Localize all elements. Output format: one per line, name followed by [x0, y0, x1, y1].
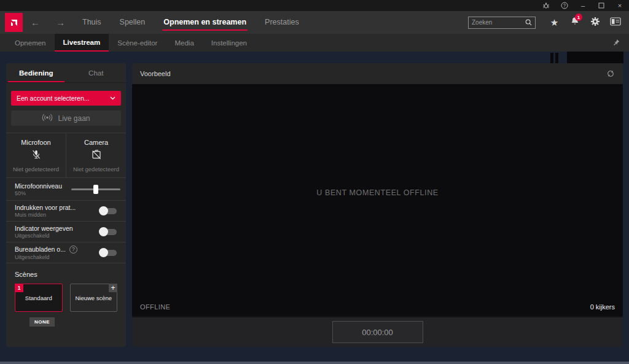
toggle-knob	[99, 206, 108, 215]
mic-level-slider[interactable]	[71, 185, 120, 194]
amd-logo[interactable]	[5, 13, 23, 32]
stream-control-panel: Bediening Chat Een account selecteren...	[6, 63, 126, 347]
show-indicator-row: Indicator weergeven Uitgeschakeld	[6, 222, 126, 242]
camera-tile[interactable]: Camera Niet gedetecteerd	[66, 133, 126, 177]
preview-header: Voorbeeld	[132, 63, 623, 84]
show-indicator-toggle[interactable]	[101, 229, 117, 235]
add-scene-icon[interactable]: +	[109, 284, 117, 292]
gear-icon	[590, 17, 600, 29]
panel-tabs: Bediening Chat	[6, 63, 126, 83]
desktop-capture-toggle[interactable]	[101, 250, 117, 256]
viewer-count: 0 kijkers	[590, 303, 615, 311]
mic-level-value: 50%	[15, 190, 62, 196]
nav-item-spellen[interactable]: Spellen	[120, 11, 146, 34]
maximize-icon	[598, 2, 604, 9]
broadcast-icon	[42, 114, 53, 123]
scene-hotkey-tag: NONE	[29, 317, 55, 327]
toggle-knob	[99, 227, 108, 236]
show-indicator-label: Indicator weergeven	[15, 225, 73, 232]
desktop-capture-label: Bureaubladen o... ?	[15, 246, 77, 254]
camera-status: Niet gedetecteerd	[73, 166, 119, 172]
push-to-talk-label: Indrukken voor prat...	[15, 204, 76, 211]
favorites-button[interactable]: ★	[544, 11, 565, 34]
push-to-talk-row: Indrukken voor prat... Muis midden	[6, 201, 126, 222]
stream-timer-bar: 00:00:00	[132, 316, 623, 347]
account-select-label: Een account selecteren...	[17, 95, 90, 102]
nav-item-opnemen-en-streamen[interactable]: Opnemen en streamen	[163, 11, 246, 34]
camera-label: Camera	[84, 139, 108, 146]
mic-slider-handle[interactable]	[93, 185, 98, 194]
preview-panel: Voorbeeld U BENT MOMENTEEL OFFLINE OFFLI…	[132, 63, 623, 347]
help-circle-icon[interactable]: ?	[69, 246, 77, 254]
radeon-software-window: – × ← → Thuis Spellen Opnemen en streame…	[0, 0, 629, 364]
scene-order-badge: 1	[15, 284, 23, 292]
help-button[interactable]	[555, 0, 574, 11]
subnav: Opnemen Livestream Scène-editor Media In…	[0, 34, 629, 52]
forward-button[interactable]: →	[48, 11, 73, 34]
chevron-down-icon	[110, 96, 115, 100]
search-box[interactable]	[468, 17, 536, 29]
layout-panel-icon	[610, 17, 621, 28]
preview-title: Voorbeeld	[140, 70, 171, 77]
main-navbar: ← → Thuis Spellen Opnemen en streamen Pr…	[0, 11, 629, 34]
camera-off-icon	[91, 149, 102, 163]
show-indicator-sublabel: Uitgeschakeld	[15, 233, 73, 239]
notification-badge: 1	[575, 14, 582, 21]
pin-icon	[612, 39, 620, 47]
tab-scene-editor[interactable]: Scène-editor	[109, 34, 166, 52]
search-input[interactable]	[472, 19, 525, 26]
minimize-button[interactable]: –	[574, 0, 592, 11]
back-button[interactable]: ←	[23, 11, 48, 34]
sync-icon	[606, 69, 615, 78]
nav-item-prestaties[interactable]: Prestaties	[265, 11, 299, 34]
scene-card-new[interactable]: + Nieuwe scène	[70, 284, 118, 312]
desktop-capture-row: Bureaubladen o... ? Uitgeschakeld	[6, 242, 126, 263]
stream-status: OFFLINE	[140, 303, 170, 311]
microphone-label: Microfoon	[21, 139, 50, 146]
device-status-row: Microfoon Niet gedetecteerd Camera	[6, 133, 126, 178]
minimize-icon: –	[581, 2, 585, 9]
toggle-knob	[99, 248, 108, 257]
tab-chat[interactable]: Chat	[66, 63, 127, 82]
microphone-tile[interactable]: Microfoon Niet gedetecteerd	[6, 133, 66, 177]
go-live-button[interactable]: Live gaan	[11, 110, 121, 126]
tab-media[interactable]: Media	[166, 34, 202, 52]
tab-instellingen[interactable]: Instellingen	[203, 34, 256, 52]
mic-level-label: Microfoonniveau	[15, 182, 62, 190]
microphone-off-icon	[31, 149, 42, 163]
tab-livestream[interactable]: Livestream	[55, 34, 109, 52]
go-live-label: Live gaan	[58, 114, 90, 123]
help-icon	[561, 2, 568, 9]
pin-button[interactable]	[612, 34, 629, 52]
offline-message: U BENT MOMENTEEL OFFLINE	[132, 188, 623, 197]
navbar-right: ★ 1	[468, 11, 629, 34]
tab-opnemen[interactable]: Opnemen	[6, 34, 55, 52]
microphone-status: Niet gedetecteerd	[13, 166, 59, 172]
amd-logo-icon	[8, 17, 20, 29]
settings-button[interactable]	[585, 11, 605, 34]
push-to-talk-toggle[interactable]	[101, 208, 117, 214]
account-select-dropdown[interactable]: Een account selecteren...	[11, 91, 121, 106]
scene-card-label: Nieuwe scène	[75, 295, 112, 301]
mic-level-row: Microfoonniveau 50%	[6, 178, 126, 201]
bug-report-button[interactable]	[537, 0, 555, 11]
mic-level-labels: Microfoonniveau 50%	[15, 182, 62, 196]
scenes-row: 1 Standaard + Nieuwe scène	[6, 284, 126, 312]
tab-bediening[interactable]: Bediening	[6, 63, 66, 82]
bug-icon	[542, 2, 550, 9]
push-to-talk-sublabel: Muis midden	[15, 212, 76, 218]
stream-timer: 00:00:00	[332, 321, 423, 343]
search-icon	[525, 17, 532, 28]
stream-preview: U BENT MOMENTEEL OFFLINE OFFLINE 0 kijke…	[132, 84, 623, 316]
star-icon: ★	[550, 18, 558, 27]
scene-card-standaard[interactable]: 1 Standaard	[15, 284, 63, 312]
scenes-section-title: Scènes	[6, 263, 126, 284]
nav-item-thuis[interactable]: Thuis	[82, 11, 101, 34]
desktop-capture-sublabel: Uitgeschakeld	[15, 254, 77, 260]
content-area: Bediening Chat Een account selecteren...	[0, 52, 629, 364]
notifications-button[interactable]: 1	[565, 11, 585, 34]
refresh-preview-button[interactable]	[606, 69, 615, 78]
maximize-button[interactable]	[592, 0, 611, 11]
layout-panel-button[interactable]	[605, 11, 625, 34]
close-button[interactable]: ×	[611, 0, 629, 11]
